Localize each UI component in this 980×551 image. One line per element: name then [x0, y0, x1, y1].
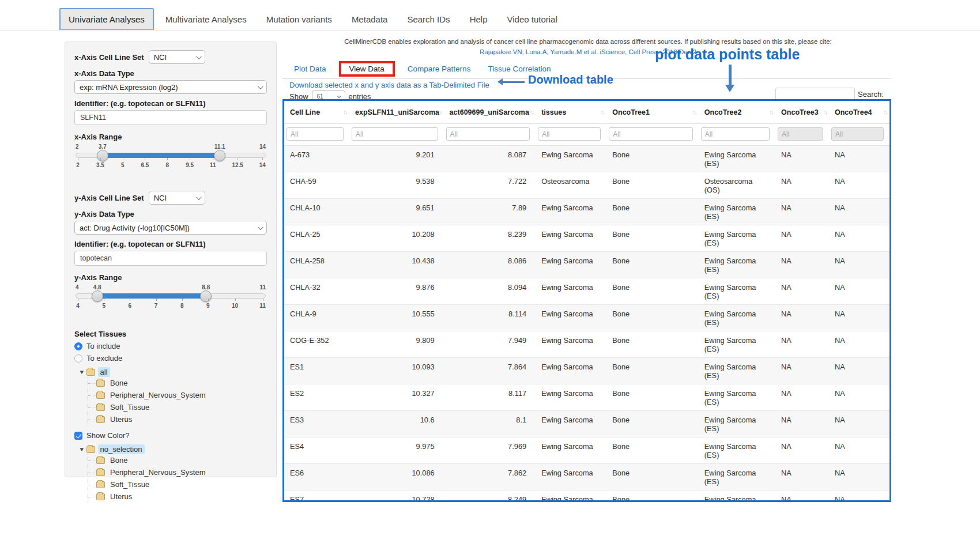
column-filter-oncotree4[interactable]	[831, 127, 884, 141]
y-range-slider[interactable]: 44.88.8114567891011	[76, 284, 266, 314]
sort-icon[interactable]: ↑↓	[343, 108, 347, 115]
nav-tab-search-ids[interactable]: Search IDs	[399, 9, 458, 29]
tree-node-uterus[interactable]: Uterus	[88, 413, 267, 425]
column-filter-cell-line[interactable]	[287, 127, 344, 141]
table-cell: Bone	[606, 331, 699, 358]
tab-view-data[interactable]: View Data	[345, 62, 389, 76]
download-link[interactable]: Download selected x and y axis data as a…	[289, 81, 489, 89]
slider-value-label: 8.8	[202, 284, 210, 290]
table-cell: Bone	[606, 464, 699, 490]
sort-icon[interactable]: ↑↓	[600, 108, 604, 115]
tree-node-all[interactable]: all	[98, 367, 110, 377]
tab-plot-data[interactable]: Plot Data	[289, 62, 331, 76]
column-header-oncotree1[interactable]: OncoTree1↑↓	[606, 101, 699, 124]
y-identifier-input[interactable]	[74, 251, 267, 266]
x-identifier-input[interactable]	[74, 110, 267, 125]
tree-node-bone[interactable]: Bone	[88, 377, 267, 389]
citation-link[interactable]: Rajapakse.VN, Luna.A, Yamade.M et al. iS…	[282, 48, 894, 55]
column-header-tissues[interactable]: tissues↑↓	[536, 101, 606, 124]
slider-handle[interactable]	[214, 150, 225, 161]
table-cell: 10.438	[349, 252, 444, 278]
tree-node-peripheral-nervous-system[interactable]: Peripheral_Nervous_System	[88, 466, 267, 478]
y-data-type-value: act: Drug Activity (-log10[IC50M])	[80, 224, 190, 232]
search-input[interactable]	[775, 88, 855, 100]
x-range-slider[interactable]: 23.711.11423.556.589.51112.514	[76, 144, 266, 173]
tree-node-label: Soft_Tissue	[108, 402, 152, 412]
slider-handle[interactable]	[92, 290, 103, 302]
sort-icon[interactable]: ↑↓	[769, 108, 773, 115]
tree-node-label: Soft_Tissue	[108, 480, 152, 489]
table-cell: CHLA-32	[284, 278, 349, 305]
tree-node-bone[interactable]: Bone	[88, 454, 267, 466]
table-cell: 9.975	[349, 437, 444, 464]
tab-compare-patterns[interactable]: Compare Patterns	[403, 62, 476, 76]
sort-icon[interactable]: ↑↓	[883, 108, 887, 115]
table-cell: 7.969	[444, 437, 536, 464]
tree-node-label: Peripheral_Nervous_System	[108, 467, 208, 477]
table-cell: NA	[829, 437, 889, 464]
column-header-oncotree2[interactable]: OncoTree2↑↓	[699, 101, 775, 124]
column-filter-expslfn11-unisarcoma[interactable]	[352, 127, 438, 141]
column-header-cell-line[interactable]: Cell Line↑↓	[284, 101, 349, 124]
tree-node-uterus[interactable]: Uterus	[88, 490, 267, 503]
table-cell: Bone	[606, 358, 699, 384]
column-filter-oncotree2[interactable]	[701, 127, 770, 141]
nav-tab-metadata[interactable]: Metadata	[344, 9, 396, 29]
table-cell: NA	[775, 358, 829, 384]
sort-icon[interactable]: ↑↓	[438, 108, 442, 115]
nav-tab-univariate-analyses[interactable]: Univariate Analyses	[59, 8, 154, 31]
table-cell: Ewing Sarcoma (ES)	[699, 490, 775, 503]
slider-value-label: 2	[76, 144, 79, 150]
column-header-act609699-unisarcoma[interactable]: act609699_uniSarcoma↑↓	[444, 101, 536, 124]
table-cell: Ewing Sarcoma	[536, 437, 606, 464]
x-data-type-select[interactable]: exp: mRNA Expression (log2)	[74, 80, 267, 94]
y-data-type-select[interactable]: act: Drug Activity (-log10[IC50M])	[74, 221, 267, 235]
sort-icon[interactable]: ↑↓	[823, 108, 827, 115]
slider-tick-label: 3.5	[96, 162, 104, 168]
folder-icon	[86, 446, 95, 453]
tissues-include-radio[interactable]: To include	[74, 342, 267, 350]
table-cell: ES3	[284, 411, 349, 437]
nav-tab-mutation-variants[interactable]: Mutation variants	[258, 9, 340, 29]
column-header-oncotree4[interactable]: OncoTree4↑↓	[829, 101, 889, 124]
tree-node-peripheral-nervous-system[interactable]: Peripheral_Nervous_System	[88, 389, 267, 401]
slider-handle[interactable]	[200, 290, 212, 302]
table-cell: NA	[829, 225, 889, 252]
tree-node-soft-tissue[interactable]: Soft_Tissue	[88, 478, 267, 490]
column-filter-oncotree1[interactable]	[609, 127, 693, 141]
column-filter-tissues[interactable]	[538, 127, 601, 141]
slider-track[interactable]	[76, 153, 266, 158]
table-cell: 8.239	[444, 225, 536, 252]
x-cell-line-set-select[interactable]: NCI	[149, 50, 205, 64]
tree-expander-icon[interactable]: ▾	[80, 446, 84, 453]
x-cell-line-set-value: NCI	[154, 53, 167, 62]
sort-icon[interactable]: ↑↓	[692, 108, 696, 115]
tissues-exclude-radio[interactable]: To exclude	[74, 354, 267, 363]
tree-node-soft-tissue[interactable]: Soft_Tissue	[88, 401, 267, 413]
show-color-checkbox[interactable]: Show Color?	[74, 431, 267, 440]
table-cell: 10.6	[349, 411, 444, 437]
column-filter-oncotree3[interactable]	[778, 127, 823, 141]
column-header-expslfn11-unisarcoma[interactable]: expSLFN11_uniSarcoma↑↓	[349, 101, 444, 124]
table-row: CHLA-910.5558.114Ewing SarcomaBoneEwing …	[284, 305, 889, 331]
select-tissues-label: Select Tissues	[74, 330, 267, 338]
nav-tab-multivariate-analyses[interactable]: Multivariate Analyses	[157, 9, 255, 29]
table-cell: 10.728	[349, 490, 444, 503]
slider-handle[interactable]	[97, 150, 108, 161]
y-cell-line-set-select[interactable]: NCI	[149, 191, 205, 205]
column-header-oncotree3[interactable]: OncoTree3↑↓	[775, 101, 829, 124]
slider-tick-label: 8	[180, 303, 184, 309]
slider-value-label: 11	[259, 284, 266, 290]
table-cell: NA	[829, 172, 889, 199]
nav-tab-video-tutorial[interactable]: Video tutorial	[499, 9, 565, 29]
slider-track[interactable]	[76, 293, 266, 299]
nav-tab-help[interactable]: Help	[462, 9, 496, 29]
sort-icon[interactable]: ↑↓	[529, 108, 533, 115]
slider-tick-label: 2	[76, 162, 80, 168]
tree-node-no-selection[interactable]: no_selection	[98, 444, 145, 454]
slider-tick-label: 9.5	[186, 162, 194, 168]
tree-expander-icon[interactable]: ▾	[80, 368, 84, 376]
column-filter-act609699-unisarcoma[interactable]	[446, 127, 530, 141]
table-cell: NA	[829, 252, 889, 278]
tree-node-label: Peripheral_Nervous_System	[108, 390, 208, 400]
